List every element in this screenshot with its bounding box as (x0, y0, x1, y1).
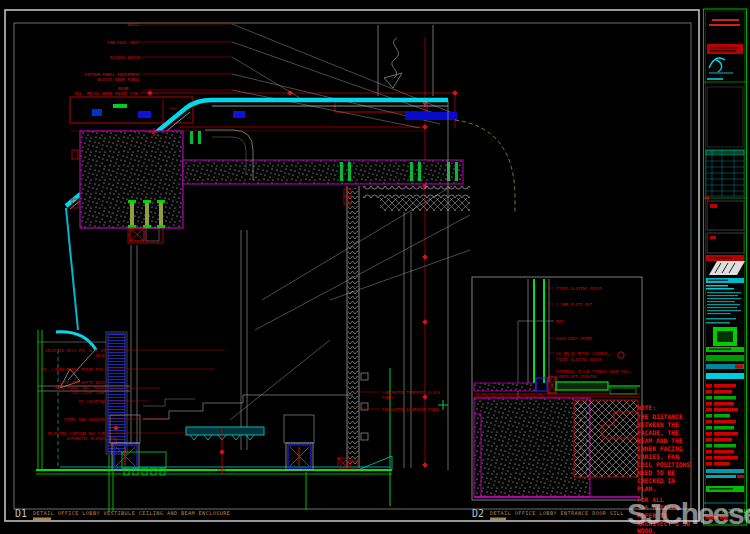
hanger-assembly (128, 200, 165, 241)
concrete-beam (72, 128, 201, 228)
label: EDGE (95, 353, 105, 358)
cad-sheet: A-20-401-B GRILL FAN COIL UNIT ACCESS HA… (0, 0, 750, 534)
label: AUTOMATIC BLINDS (66, 436, 105, 441)
cornice-steps (143, 395, 353, 419)
label: FAN COIL UNIT (107, 40, 140, 45)
label: FIXED GLAZING ABOVE (556, 286, 602, 291)
label: DOOR BODY FRAME (556, 336, 593, 341)
concrete-slab (183, 160, 463, 184)
right-labels: LAMINATED TEMPERED GLASS PANEL INSULATED… (360, 390, 440, 412)
band-clip-blue (92, 109, 102, 116)
detail-titles: D1 DETAIL OFFICE LOBBY VESTIBULE CEILING… (15, 508, 624, 520)
detail-d2 (472, 277, 642, 500)
ceiling-labels: GRILL FAN COIL UNIT ACCESS HATCH GYPSUM … (74, 22, 232, 111)
label: SS INLAY METAL CHANNEL, (556, 351, 611, 356)
label: 1.5MM PLATE MAT (556, 302, 593, 307)
note-line: INNER FACING (637, 445, 683, 452)
scale-bar-d2 (490, 518, 506, 521)
curtain-box (122, 452, 166, 475)
band-clip-blue (138, 111, 151, 118)
note-line: FACADE, THE (637, 429, 679, 436)
label: LANDSCAPE DRAWING (556, 374, 598, 379)
label: LED LIGHT TUBE (71, 390, 105, 395)
note-line: VARIES. FAN (637, 453, 679, 460)
note-line: CHECKED IN (637, 477, 675, 484)
note-line: COIL POSITIONS (637, 461, 690, 468)
label: ACCESS HATCH (110, 55, 141, 60)
note-heading: NOTE: (637, 404, 656, 411)
label: SEL. METAL WORK PAINT FIN. (74, 91, 140, 96)
label: PANEL (382, 395, 395, 400)
door-sill-bar (556, 382, 608, 390)
detail-marker-d2: D2 (472, 508, 484, 519)
note-line: BETWEEN THE (637, 421, 679, 428)
note-line: PLAN. (637, 485, 656, 492)
label: FIXED GLAZING ABOVE (556, 357, 602, 362)
watermark: SJCheese (627, 497, 750, 530)
note-line: NEED TO BE (637, 469, 675, 476)
titleblock-red-bar (707, 44, 743, 54)
band-duct-blue (405, 112, 457, 120)
band-clip-blue (233, 111, 245, 118)
dimension-lines (70, 38, 458, 468)
scale-bar-d1 (33, 518, 51, 521)
label: FCU (170, 107, 176, 111)
cad-drawing: A-20-401-B GRILL FAN COIL UNIT ACCESS HA… (0, 0, 750, 534)
detail-title-d2: DETAIL OFFICE LOBBY ENTRANCE DOOR SILL (490, 510, 624, 516)
insulation-hatch (363, 186, 470, 211)
detail-marker-d1: D1 (15, 508, 27, 519)
label: INSULATED ALUMINUM PANEL (382, 407, 440, 412)
label: GRILL (127, 22, 140, 27)
label: SEL. LINEN METAL PAINT FIN. (40, 367, 105, 372)
mullion (344, 186, 368, 468)
title-block: A-20-401-B (704, 9, 750, 525)
band-clip-green (113, 104, 127, 108)
detail-title-d1: DETAIL OFFICE LOBBY VESTIBULE CEILING AN… (33, 510, 230, 516)
label: STEEL ROD HANGERS (64, 417, 106, 422)
door-labels: FIXED GLAZING ABOVE 1.5MM PLATE MAT MAT … (547, 286, 631, 382)
note-line: THE DISTANCE (637, 413, 683, 420)
label: ACCESS DOOR PANEL (97, 77, 140, 82)
note-line: BEAM AND THE (637, 437, 683, 444)
label: UP LIGHTING (79, 399, 106, 404)
light-fixture-b (284, 415, 314, 470)
label: MAT (556, 319, 564, 324)
callout-circle (618, 352, 624, 358)
